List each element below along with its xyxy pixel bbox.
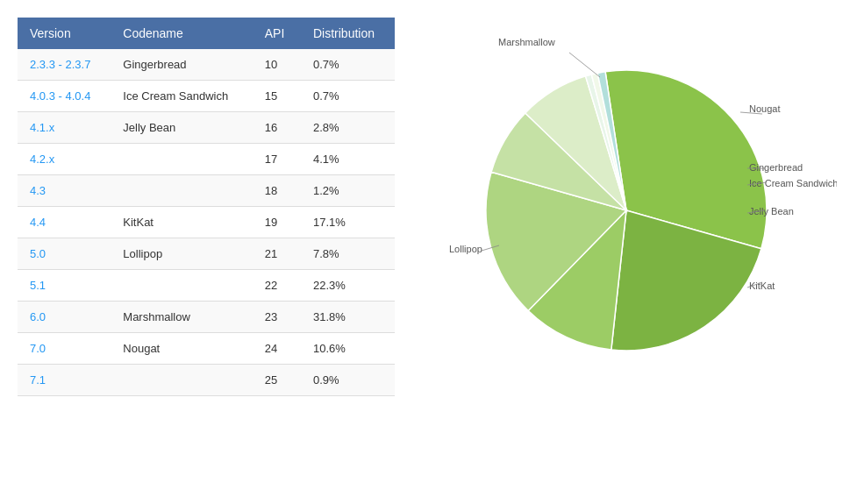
cell-dist: 31.8%	[301, 302, 395, 333]
cell-api: 22	[253, 270, 301, 302]
cell-codename: KitKat	[111, 207, 252, 238]
col-header-codename: Codename	[111, 18, 252, 49]
chart-label: Jelly Bean	[749, 206, 794, 217]
chart-connector-line	[569, 53, 600, 77]
col-header-distribution: Distribution	[301, 18, 395, 49]
cell-dist: 1.2%	[301, 175, 395, 207]
version-link[interactable]: 5.0	[30, 247, 46, 260]
cell-api: 16	[253, 112, 301, 144]
cell-version: 5.1	[18, 270, 111, 302]
version-link[interactable]: 4.2.x	[30, 153, 54, 166]
chart-section: MarshmallowNougatGingerbreadIce Cream Sa…	[430, 18, 839, 412]
cell-dist: 7.8%	[301, 238, 395, 270]
table-row: 5.1 22 22.3%	[18, 270, 395, 302]
cell-api: 18	[253, 175, 301, 207]
cell-version: 4.2.x	[18, 144, 111, 175]
cell-codename: Gingerbread	[111, 49, 252, 81]
table-row: 7.0 Nougat 24 10.6%	[18, 333, 395, 365]
version-link[interactable]: 4.1.x	[30, 121, 54, 134]
distribution-table: Version Codename API Distribution 2.3.3 …	[18, 18, 395, 396]
version-link[interactable]: 2.3.3 - 2.3.7	[30, 58, 90, 71]
cell-codename: Jelly Bean	[111, 112, 252, 144]
cell-dist: 0.7%	[301, 81, 395, 112]
table-row: 4.1.x Jelly Bean 16 2.8%	[18, 112, 395, 144]
table-row: 5.0 Lollipop 21 7.8%	[18, 238, 395, 270]
cell-dist: 0.9%	[301, 365, 395, 396]
pie-svg: MarshmallowNougatGingerbreadIce Cream Sa…	[433, 26, 837, 412]
chart-label: Marshmallow	[498, 37, 555, 47]
table-row: 4.4 KitKat 19 17.1%	[18, 207, 395, 238]
chart-label: Lollipop	[449, 244, 482, 254]
cell-api: 17	[253, 144, 301, 175]
cell-api: 24	[253, 333, 301, 365]
cell-dist: 10.6%	[301, 333, 395, 365]
version-link[interactable]: 4.3	[30, 184, 46, 197]
cell-version: 7.1	[18, 365, 111, 396]
col-header-version: Version	[18, 18, 111, 49]
cell-version: 4.4	[18, 207, 111, 238]
table-row: 4.0.3 - 4.0.4 Ice Cream Sandwich 15 0.7%	[18, 81, 395, 112]
table-row: 7.1 25 0.9%	[18, 365, 395, 396]
version-link[interactable]: 5.1	[30, 279, 46, 292]
cell-codename	[111, 175, 252, 207]
cell-api: 15	[253, 81, 301, 112]
cell-dist: 4.1%	[301, 144, 395, 175]
main-container: Version Codename API Distribution 2.3.3 …	[18, 18, 839, 412]
cell-codename: Ice Cream Sandwich	[111, 81, 252, 112]
chart-label: Nougat	[749, 103, 780, 114]
table-row: 4.3 18 1.2%	[18, 175, 395, 207]
cell-codename: Marshmallow	[111, 302, 252, 333]
table-row: 6.0 Marshmallow 23 31.8%	[18, 302, 395, 333]
version-link[interactable]: 7.1	[30, 373, 46, 387]
cell-version: 7.0	[18, 333, 111, 365]
cell-codename	[111, 270, 252, 302]
pie-chart: MarshmallowNougatGingerbreadIce Cream Sa…	[433, 26, 837, 412]
cell-dist: 17.1%	[301, 207, 395, 238]
cell-api: 19	[253, 207, 301, 238]
version-link[interactable]: 6.0	[30, 310, 46, 323]
cell-version: 6.0	[18, 302, 111, 333]
cell-dist: 2.8%	[301, 112, 395, 144]
cell-codename	[111, 365, 252, 396]
cell-codename: Nougat	[111, 333, 252, 365]
table-row: 4.2.x 17 4.1%	[18, 144, 395, 175]
table-row: 2.3.3 - 2.3.7 Gingerbread 10 0.7%	[18, 49, 395, 81]
cell-version: 4.1.x	[18, 112, 111, 144]
cell-api: 25	[253, 365, 301, 396]
cell-dist: 22.3%	[301, 270, 395, 302]
cell-api: 21	[253, 238, 301, 270]
version-link[interactable]: 4.0.3 - 4.0.4	[30, 89, 90, 103]
cell-version: 5.0	[18, 238, 111, 270]
cell-version: 2.3.3 - 2.3.7	[18, 49, 111, 81]
cell-codename: Lollipop	[111, 238, 252, 270]
version-link[interactable]: 4.4	[30, 216, 46, 229]
cell-api: 10	[253, 49, 301, 81]
cell-version: 4.0.3 - 4.0.4	[18, 81, 111, 112]
cell-codename	[111, 144, 252, 175]
cell-dist: 0.7%	[301, 49, 395, 81]
cell-api: 23	[253, 302, 301, 333]
version-link[interactable]: 7.0	[30, 342, 46, 355]
cell-version: 4.3	[18, 175, 111, 207]
chart-label: Gingerbread	[749, 162, 803, 173]
data-table-section: Version Codename API Distribution 2.3.3 …	[18, 18, 395, 396]
col-header-api: API	[253, 18, 301, 49]
